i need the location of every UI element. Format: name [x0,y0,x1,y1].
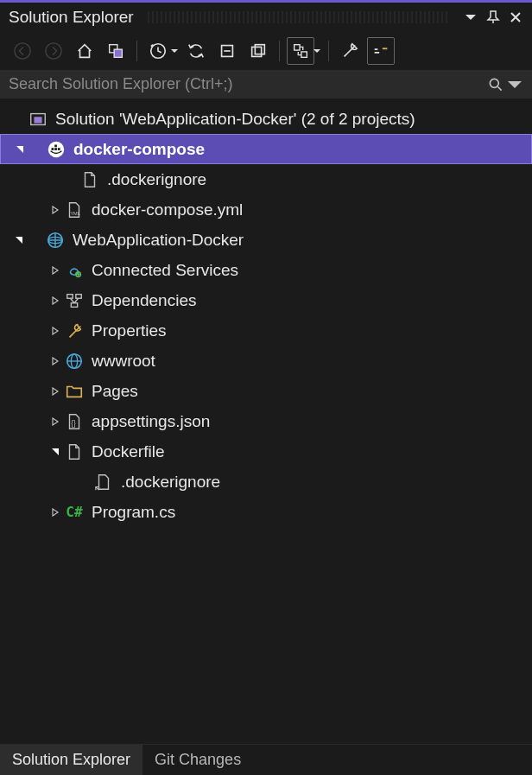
file-icon [64,441,85,462]
toolbar [0,32,532,70]
pages-label: Pages [92,382,138,401]
web-project-icon [45,230,66,251]
forward-button[interactable] [40,37,67,65]
tab-git-changes[interactable]: Git Changes [142,745,253,775]
wwwroot-label: wwwroot [92,352,155,371]
bottom-tabs: Solution Explorer Git Changes [0,744,532,775]
webapp-project[interactable]: WebApplication-Docker [0,225,532,255]
linked-file-icon [93,472,114,492]
expander-collapsed-icon[interactable] [48,324,62,338]
dependencies-label: Dependencies [92,291,196,310]
expander-collapsed-icon[interactable] [48,354,62,368]
switch-views-button[interactable] [102,37,130,65]
expander-collapsed-icon[interactable] [48,505,62,519]
expander-spacer [12,112,26,126]
separator [136,41,137,61]
svg-rect-6 [252,47,262,56]
panel-title: Solution Explorer [9,8,134,27]
dependencies-icon [64,290,85,311]
preview-button[interactable] [367,37,395,65]
properties-button[interactable] [336,37,364,65]
search-icon[interactable] [487,76,523,93]
docker-compose-yml-file[interactable]: YML docker-compose.yml [0,194,532,225]
title-bar: Solution Explorer [0,3,532,32]
dockerfile-label: Dockerfile [92,442,164,461]
close-icon[interactable] [508,10,523,25]
expander-expanded-icon[interactable] [12,233,26,247]
collapse-all-button[interactable] [213,37,241,65]
properties-node[interactable]: Properties [0,315,532,346]
dockerignore-file[interactable]: .dockerignore [0,164,532,194]
properties-label: Properties [92,321,167,340]
svg-rect-17 [54,144,57,147]
dockerignore-label: .dockerignore [107,170,206,189]
program-cs-file[interactable]: C# Program.cs [0,497,532,527]
expander-collapsed-icon[interactable] [48,415,62,429]
webapp-label: WebApplication-Docker [73,231,244,250]
solution-tree: Solution 'WebApplication-Docker' (2 of 2… [0,98,532,744]
svg-rect-23 [76,294,81,298]
pages-node[interactable]: Pages [0,376,532,406]
svg-text:{}: {} [71,419,76,427]
sync-button[interactable] [182,37,210,65]
back-button[interactable] [9,37,36,65]
svg-text:YML: YML [70,211,79,216]
search-input[interactable] [9,75,480,93]
svg-rect-16 [58,148,60,150]
solution-label: Solution 'WebApplication-Docker' (2 of 2… [55,110,415,129]
svg-rect-15 [54,148,57,150]
svg-rect-24 [71,302,77,307]
appsettings-file[interactable]: {} appsettings.json [0,406,532,436]
connected-services-label: Connected Services [92,261,238,280]
svg-point-1 [46,43,61,59]
dependencies-node[interactable]: Dependencies [0,285,532,315]
docker-icon [46,139,66,160]
expander-collapsed-icon[interactable] [48,203,62,217]
yml-file-icon: YML [64,200,85,220]
svg-rect-22 [67,294,73,298]
svg-point-10 [490,79,498,87]
properties-icon [64,321,85,341]
globe-icon [64,351,85,372]
svg-rect-8 [294,45,300,50]
svg-point-0 [15,43,30,59]
appsettings-label: appsettings.json [92,412,210,431]
home-button[interactable] [71,37,98,65]
preview-selected-items-button[interactable] [287,37,321,65]
file-icon [79,169,100,190]
json-file-icon: {} [64,411,85,432]
pending-changes-filter[interactable] [144,37,179,65]
dockerignore-nested-file[interactable]: .dockerignore [0,467,532,497]
folder-icon [64,381,85,402]
svg-rect-9 [301,52,307,57]
tab-solution-explorer[interactable]: Solution Explorer [0,745,142,775]
expander-collapsed-icon[interactable] [48,384,62,398]
svg-rect-14 [52,148,54,150]
dockerfile-node[interactable]: Dockerfile [0,436,532,467]
docker-compose-project[interactable]: docker-compose [0,134,532,164]
yml-label: docker-compose.yml [92,200,243,219]
show-all-files-button[interactable] [244,37,272,65]
pin-icon[interactable] [485,10,501,25]
dropdown-icon[interactable] [463,10,478,25]
separator [279,41,280,61]
csharp-file-icon: C# [64,502,85,523]
connected-services-icon [64,260,85,281]
solution-icon [28,109,48,130]
expander-expanded-icon[interactable] [48,445,62,459]
connected-services-node[interactable]: Connected Services [0,255,532,285]
solution-node[interactable]: Solution 'WebApplication-Docker' (2 of 2… [0,104,532,134]
wwwroot-node[interactable]: wwwroot [0,346,532,376]
expander-collapsed-icon[interactable] [48,264,62,277]
program-cs-label: Program.cs [92,503,175,522]
svg-rect-12 [34,117,41,123]
drag-handle[interactable] [148,11,449,23]
dockerignore-nested-label: .dockerignore [121,473,220,492]
expander-collapsed-icon[interactable] [48,294,62,308]
svg-rect-7 [255,45,264,54]
separator [328,41,329,61]
expander-expanded-icon[interactable] [13,143,27,156]
search-bar [0,70,532,98]
svg-rect-3 [114,49,122,57]
expander-spacer [64,173,78,187]
